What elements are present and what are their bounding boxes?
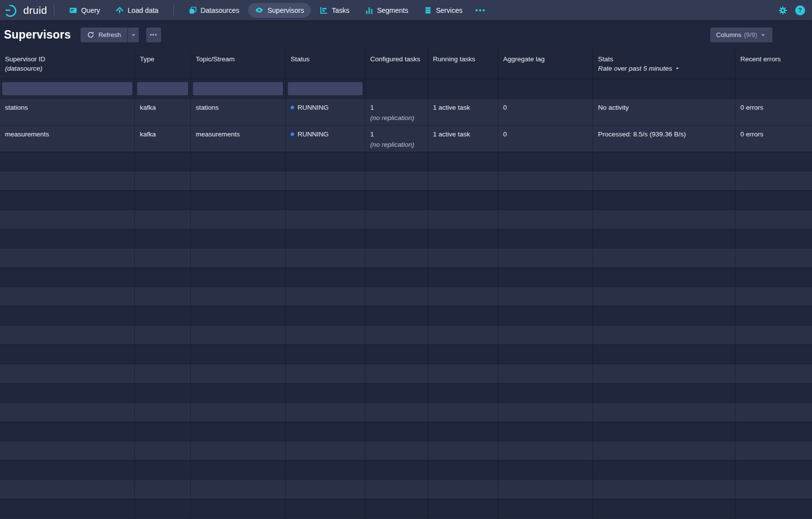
nav-item-services[interactable]: Services xyxy=(417,3,470,18)
table-cell: RUNNING xyxy=(286,99,365,125)
empty-table-cell xyxy=(498,422,593,441)
empty-table-cell xyxy=(593,268,735,287)
column-header-status[interactable]: Status xyxy=(286,49,365,79)
nav-item-label: Tasks xyxy=(332,6,349,14)
empty-table-cell xyxy=(735,326,812,345)
empty-table-cell xyxy=(498,152,593,171)
empty-table-cell xyxy=(135,345,191,364)
nav-item-supervisors[interactable]: Supervisors xyxy=(248,3,311,18)
cell-text: RUNNING xyxy=(291,103,360,112)
cell-text: stations xyxy=(5,103,129,112)
empty-table-cell xyxy=(735,172,812,190)
datasources-icon xyxy=(189,6,197,14)
empty-table-cell xyxy=(0,229,135,248)
column-header-running-tasks[interactable]: Running tasks xyxy=(428,49,498,79)
column-header-aggregate-lag[interactable]: Aggregate lag xyxy=(498,49,593,79)
refresh-button[interactable]: Refresh xyxy=(81,28,128,43)
column-header-supervisor-id[interactable]: Supervisor ID(datasource) xyxy=(0,49,135,79)
column-header-sublabel[interactable]: Rate over past 5 minutes xyxy=(598,65,730,72)
empty-table-cell xyxy=(428,210,498,229)
empty-table-cell xyxy=(498,287,593,306)
empty-table-cell xyxy=(735,210,812,229)
filter-cell xyxy=(735,79,812,98)
columns-label: Columns xyxy=(716,31,741,39)
empty-table-cell xyxy=(498,364,593,383)
nav-item-label: Segments xyxy=(377,6,408,14)
druid-logo[interactable]: druid xyxy=(5,3,47,17)
table-row[interactable]: measurementskafkameasurementsRUNNING1(no… xyxy=(0,125,812,152)
empty-table-cell xyxy=(286,345,365,364)
empty-table-row xyxy=(0,171,812,190)
empty-table-cell xyxy=(593,172,735,190)
nav-item-query[interactable]: Query xyxy=(62,3,107,18)
more-actions-button[interactable]: ••• xyxy=(146,28,161,43)
column-header-recent-errors[interactable]: Recent errors xyxy=(735,49,812,79)
filter-cell xyxy=(593,79,735,98)
title-bar: Supervisors Refresh ••• Columns xyxy=(0,20,812,49)
nav-item-segments[interactable]: Segments xyxy=(358,3,415,18)
filter-input-supervisor-id[interactable] xyxy=(2,82,132,95)
table-cell: 0 xyxy=(498,99,593,125)
empty-table-cell xyxy=(498,461,593,479)
empty-table-cell xyxy=(593,461,735,479)
empty-table-cell xyxy=(428,403,498,422)
refresh-dropdown-button[interactable] xyxy=(128,28,139,43)
column-header-stats[interactable]: StatsRate over past 5 minutes xyxy=(593,49,735,79)
empty-table-cell xyxy=(0,210,135,229)
empty-table-cell xyxy=(593,249,735,267)
table-cell: measurements xyxy=(191,126,286,152)
supervisors-icon xyxy=(255,6,263,14)
empty-table-cell xyxy=(191,249,286,267)
column-header-configured-tasks[interactable]: Configured tasks xyxy=(365,49,428,79)
empty-table-cell xyxy=(0,287,135,306)
refresh-label: Refresh xyxy=(98,31,121,39)
nav-item-tasks[interactable]: Tasks xyxy=(313,3,356,18)
columns-button[interactable]: Columns (9/9) xyxy=(710,28,772,43)
empty-table-cell xyxy=(135,461,191,479)
nav-item-label: Supervisors xyxy=(267,6,304,14)
cell-text: measurements xyxy=(5,130,129,139)
empty-table-cell xyxy=(593,326,735,345)
empty-table-cell xyxy=(428,229,498,248)
filter-input-topic-stream[interactable] xyxy=(193,82,283,95)
table-cell: 0 errors xyxy=(735,126,812,152)
filter-input-type[interactable] xyxy=(137,82,188,95)
cell-text: measurements xyxy=(196,130,280,139)
empty-table-cell xyxy=(498,480,593,499)
empty-table-cell xyxy=(428,441,498,460)
table-cell: measurements xyxy=(0,126,135,152)
empty-table-cell xyxy=(593,422,735,441)
empty-table-cell xyxy=(191,326,286,345)
empty-table-cell xyxy=(735,441,812,460)
column-header-type[interactable]: Type xyxy=(135,49,191,79)
empty-table-cell xyxy=(286,306,365,325)
nav-item-label: ••• xyxy=(475,6,486,14)
empty-table-cell xyxy=(191,210,286,229)
empty-table-cell xyxy=(191,499,286,518)
nav-item-more[interactable]: ••• xyxy=(471,3,490,18)
empty-table-cell xyxy=(0,422,135,441)
empty-table-cell xyxy=(135,384,191,402)
table-cell: 1(no replication) xyxy=(365,99,428,125)
app-root: druid QueryLoad dataDatasourcesSuperviso… xyxy=(0,0,812,519)
empty-table-cell xyxy=(0,461,135,479)
empty-table-cell xyxy=(191,403,286,422)
table-cell: stations xyxy=(0,99,135,125)
empty-table-cell xyxy=(498,499,593,518)
nav-item-label: Load data xyxy=(128,6,158,14)
column-header-topic-stream[interactable]: Topic/Stream xyxy=(191,49,286,79)
empty-table-row xyxy=(0,422,812,441)
gear-icon[interactable] xyxy=(778,6,787,15)
empty-table-cell xyxy=(191,172,286,190)
empty-table-cell xyxy=(135,403,191,422)
nav-item-datasources[interactable]: Datasources xyxy=(182,3,247,18)
cell-text: 0 xyxy=(503,103,588,112)
table-row[interactable]: stationskafkastationsRUNNING1(no replica… xyxy=(0,98,812,125)
filter-input-status[interactable] xyxy=(288,82,363,95)
help-icon[interactable]: ? xyxy=(795,5,805,15)
services-icon xyxy=(424,6,432,14)
nav-item-load-data[interactable]: Load data xyxy=(109,3,165,18)
empty-table-row xyxy=(0,479,812,499)
column-header-sublabel-text: Rate over past 5 minutes xyxy=(598,65,672,72)
cell-text: 1 active task xyxy=(433,103,493,112)
